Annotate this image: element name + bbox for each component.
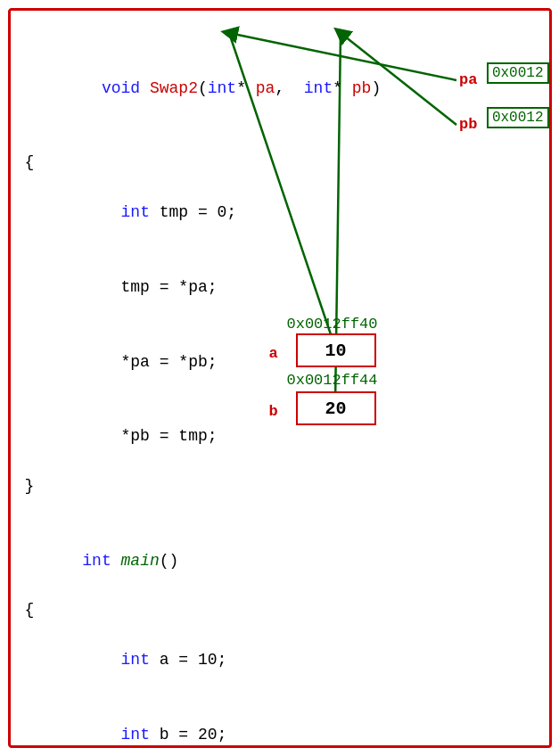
line-blank1 (25, 499, 535, 524)
pa-value-box: 0x0012 (487, 62, 549, 84)
val-box-b: 20 (296, 391, 376, 425)
pa-label: pa (459, 71, 477, 88)
line-int-a: int a = 10; (25, 623, 535, 698)
code-block: void Swap2(int* pa, int* pb) { int tmp =… (25, 27, 535, 748)
addr-a: 0x0012ff40 (287, 316, 378, 333)
line-pb-tmp: *pb = tmp; (25, 399, 535, 474)
line-int-b: int b = 20; (25, 698, 535, 748)
addr-b: 0x0012ff44 (287, 372, 378, 389)
keyword-void: void Swap2(int* pa, int* pb) (25, 79, 382, 122)
line-main-open: { (25, 598, 535, 623)
line-tmp-pa: tmp = *pa; (25, 251, 535, 325)
line-pa-pb: *pa = *pb; (25, 325, 535, 400)
label-a: a (269, 345, 278, 362)
line-int-tmp: int tmp = 0; (25, 176, 535, 251)
val-box-a: 10 (296, 333, 376, 367)
line-main-sig: int main() (25, 524, 535, 599)
pb-value-box: 0x0012 (487, 107, 549, 128)
label-b: b (269, 403, 278, 420)
line-fn-signature: void Swap2(int* pa, int* pb) (25, 27, 535, 151)
pb-label: pb (459, 116, 477, 133)
code-container: void Swap2(int* pa, int* pb) { int tmp =… (8, 8, 552, 748)
line-fn-close: } (25, 474, 535, 499)
line-fn-open: { (25, 151, 535, 176)
